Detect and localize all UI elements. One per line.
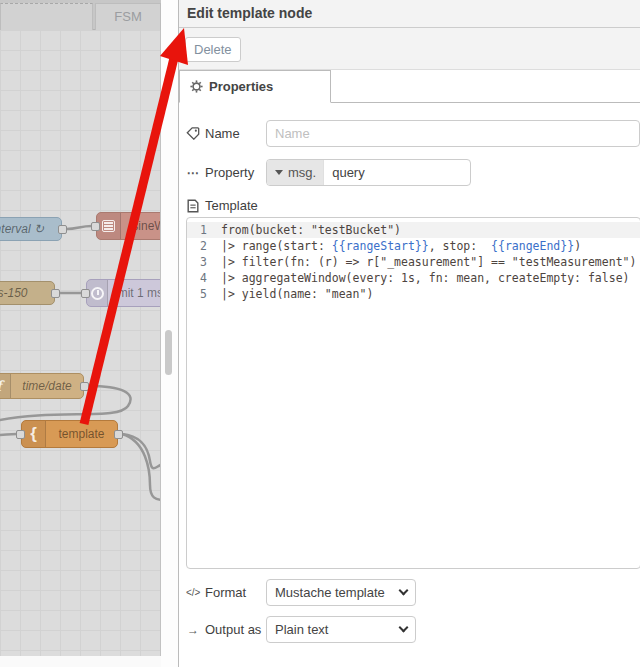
caret-down-icon <box>275 170 283 175</box>
output-row: → Output as Plain text <box>186 616 640 643</box>
format-select[interactable]: Mustache template <box>266 579 416 606</box>
line-number: 4 <box>187 270 221 286</box>
brace-icon: { <box>22 421 46 447</box>
property-value[interactable]: query <box>324 165 373 180</box>
code-line[interactable]: 4|> aggregateWindow(every: 1s, fn: mean,… <box>187 270 640 286</box>
sine-wave-icon <box>97 213 121 239</box>
flow-wires <box>0 30 161 656</box>
code-line[interactable]: 2|> range(start: {{rangeStart}}, stop: {… <box>187 238 640 254</box>
node-interval[interactable]: interval ↻ <box>0 217 62 241</box>
canvas-hscroll-gutter <box>0 656 161 667</box>
chevron-down-icon <box>399 586 409 596</box>
format-label: </> Format <box>186 585 266 600</box>
tray-toolbar: Delete <box>179 28 640 70</box>
tray-title: Edit template node <box>179 0 640 28</box>
canvas-vscroll-thumb[interactable] <box>165 330 172 375</box>
code-line[interactable]: 3|> filter(fn: (r) => r["_measurement"] … <box>187 254 640 270</box>
node-limit[interactable]: limit 1 ms <box>86 279 161 307</box>
node-sinewave[interactable]: sineW <box>96 212 161 240</box>
input-port[interactable] <box>91 222 100 231</box>
flow-canvas[interactable]: interval ↻sineWs-150limit 1 msftime/date… <box>0 30 161 656</box>
tray-tabrow: Properties <box>179 70 640 103</box>
function-icon: f <box>0 374 11 398</box>
tab-properties[interactable]: Properties <box>179 70 331 103</box>
template-label: Template <box>205 198 258 213</box>
node-label: template <box>46 421 117 447</box>
gear-icon <box>190 80 203 93</box>
node-label: s-150 <box>0 282 54 304</box>
flow-workspace: FSM interval ↻sineWs-150limit 1 msftime/… <box>0 0 178 667</box>
template-label-row: Template <box>186 198 640 213</box>
flow-tab-1[interactable] <box>0 3 93 30</box>
wire <box>0 434 17 435</box>
template-editor[interactable]: 1from(bucket: "testBucket")2|> range(sta… <box>186 217 640 569</box>
node-timedate[interactable]: ftime/date <box>0 373 84 399</box>
property-typed-input[interactable]: msg. query <box>266 159 471 186</box>
line-number: 1 <box>187 222 221 238</box>
code-text: |> range(start: {{rangeStart}}, stop: {{… <box>221 238 581 254</box>
node-label: time/date <box>11 374 83 398</box>
output-port[interactable] <box>51 289 60 298</box>
line-number: 3 <box>187 254 221 270</box>
code-line[interactable]: 1from(bucket: "testBucket") <box>187 222 640 238</box>
property-type-select[interactable]: msg. <box>267 160 324 185</box>
template-editor-lines: 1from(bucket: "testBucket")2|> range(sta… <box>187 222 640 302</box>
delete-button[interactable]: Delete <box>185 37 241 62</box>
clock-icon <box>87 280 108 306</box>
node-label: limit 1 ms <box>108 280 161 306</box>
node-s150[interactable]: s-150 <box>0 281 55 305</box>
flow-tab-fsm[interactable]: FSM <box>95 3 161 30</box>
output-port[interactable] <box>114 430 123 439</box>
input-port[interactable] <box>81 289 90 298</box>
property-label: ⋯ Property <box>186 165 266 180</box>
output-port[interactable] <box>58 225 67 234</box>
canvas-vscroll <box>161 0 178 667</box>
tab-properties-label: Properties <box>209 79 273 94</box>
flow-tabbar: FSM <box>0 0 161 30</box>
output-label: → Output as <box>186 622 266 637</box>
node-label: sineW <box>121 213 161 239</box>
tag-icon <box>186 127 200 140</box>
node-label: interval ↻ <box>0 218 61 240</box>
properties-form: Name ⋯ Property msg. query <box>179 103 640 643</box>
code-text: |> filter(fn: (r) => r["_measurement"] =… <box>221 254 636 270</box>
input-port[interactable] <box>16 430 25 439</box>
name-label: Name <box>186 126 266 141</box>
output-port[interactable] <box>80 382 89 391</box>
line-number: 5 <box>187 286 221 302</box>
name-row: Name <box>186 120 640 147</box>
chevron-down-icon <box>399 623 409 633</box>
output-select[interactable]: Plain text <box>266 616 416 643</box>
code-text: |> yield(name: "mean") <box>221 286 373 302</box>
format-row: </> Format Mustache template <box>186 579 640 606</box>
node-template[interactable]: {template <box>21 420 118 448</box>
code-line[interactable]: 5|> yield(name: "mean") <box>187 286 640 302</box>
line-number: 2 <box>187 238 221 254</box>
ellipsis-icon: ⋯ <box>186 166 200 180</box>
arrow-right-icon: → <box>186 623 200 637</box>
code-text: |> aggregateWindow(every: 1s, fn: mean, … <box>221 270 630 286</box>
code-icon: </> <box>186 587 200 598</box>
name-input[interactable] <box>266 120 640 147</box>
wire <box>66 226 92 229</box>
edit-tray: Edit template node Delete Properties <box>178 0 640 667</box>
property-row: ⋯ Property msg. query <box>186 159 640 186</box>
template-icon <box>186 199 200 213</box>
code-text: from(bucket: "testBucket") <box>221 222 401 238</box>
